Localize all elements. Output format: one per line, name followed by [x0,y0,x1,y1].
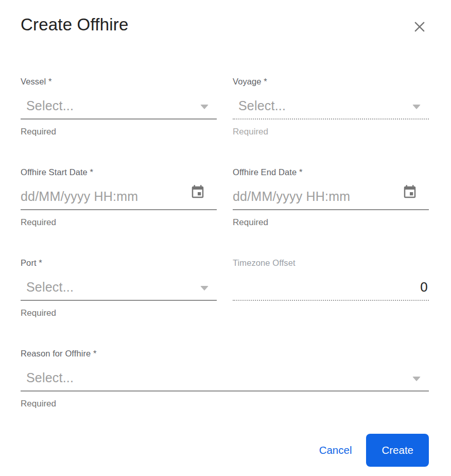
end-date-placeholder: dd/MM/yyyy HH:mm [233,189,350,203]
end-date-input[interactable]: dd/MM/yyyy HH:mm [233,182,429,210]
voyage-helper-required: Required [233,127,429,137]
dialog-header: Create Offhire [21,14,429,36]
calendar-icon [402,194,418,201]
port-label: Port * [21,258,217,268]
create-offhire-dialog: Create Offhire Vessel * Select... Requir… [0,0,451,476]
vessel-label: Vessel * [21,76,217,87]
timezone-offset-input[interactable]: 0 [233,273,429,301]
port-select[interactable]: Select... [21,273,217,301]
vessel-select[interactable]: Select... [21,92,217,120]
port-select-placeholder: Select... [21,280,74,294]
timezone-offset-value: 0 [420,280,429,294]
end-date-helper-required: Required [233,217,429,228]
field-vessel: Vessel * Select... Required [21,76,217,137]
cancel-button[interactable]: Cancel [312,439,359,462]
start-date-helper-required: Required [21,217,217,228]
voyage-select-placeholder: Select... [233,98,286,113]
reason-label: Reason for Offhire * [21,348,429,359]
reason-select-placeholder: Select... [21,370,74,385]
reason-select[interactable]: Select... [21,364,429,392]
port-helper-required: Required [21,308,217,318]
page-title: Create Offhire [21,14,128,35]
start-date-label: Offhire Start Date * [21,167,217,177]
field-port: Port * Select... Required [21,258,217,318]
field-offhire-start-date: Offhire Start Date * dd/MM/yyyy HH:mm Re… [21,167,217,228]
create-button[interactable]: Create [366,434,429,467]
chevron-down-icon [200,105,209,109]
close-icon [412,28,427,36]
reason-helper-required: Required [21,399,429,409]
chevron-down-icon [412,377,421,381]
timezone-offset-label: Timezone Offset [233,258,429,268]
vessel-select-placeholder: Select... [21,98,74,113]
voyage-label: Voyage * [233,76,429,87]
start-date-calendar-button[interactable] [190,184,205,200]
calendar-icon [190,194,205,201]
start-date-input[interactable]: dd/MM/yyyy HH:mm [21,182,217,210]
field-timezone-offset: Timezone Offset 0 [233,258,429,318]
voyage-select[interactable]: Select... [233,92,429,120]
close-button[interactable] [410,18,429,36]
field-offhire-end-date: Offhire End Date * dd/MM/yyyy HH:mm Requ… [233,167,429,228]
chevron-down-icon [200,286,209,291]
dialog-actions: Cancel Create [21,434,429,467]
chevron-down-icon [412,105,421,109]
field-reason-for-offhire: Reason for Offhire * Select... Required [21,348,429,409]
end-date-label: Offhire End Date * [233,167,429,177]
vessel-helper-required: Required [21,127,217,137]
offhire-form: Vessel * Select... Required Voyage * Sel… [21,76,429,409]
start-date-placeholder: dd/MM/yyyy HH:mm [21,189,138,203]
field-voyage: Voyage * Select... Required [233,76,429,137]
end-date-calendar-button[interactable] [402,184,418,200]
